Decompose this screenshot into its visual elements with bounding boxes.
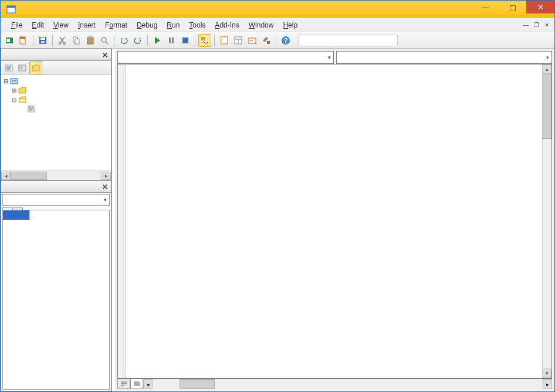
properties-panel-close-button[interactable]: ✕ bbox=[100, 182, 110, 192]
tree-folder-outlook-objects[interactable]: ⊞ bbox=[2, 86, 110, 95]
tab-categorized[interactable] bbox=[12, 207, 23, 210]
project-panel-header[interactable]: ✕ bbox=[1, 49, 111, 61]
svg-rect-14 bbox=[87, 38, 93, 44]
copy-button[interactable] bbox=[70, 34, 83, 47]
save-button[interactable] bbox=[36, 34, 49, 47]
module-icon bbox=[27, 105, 35, 113]
paste-button[interactable] bbox=[84, 34, 97, 47]
folder-icon bbox=[18, 86, 26, 94]
property-name-label bbox=[3, 210, 30, 220]
svg-rect-4 bbox=[6, 39, 10, 42]
mdi-close-button[interactable]: ✕ bbox=[542, 20, 552, 29]
reset-button[interactable] bbox=[179, 34, 192, 47]
menu-help[interactable]: Help bbox=[278, 20, 302, 30]
menu-edit[interactable]: Edit bbox=[27, 20, 49, 30]
tree-project-root[interactable]: ⊟ bbox=[2, 76, 110, 86]
hscroll-thumb[interactable] bbox=[180, 379, 215, 389]
tree-folder-modules[interactable]: ⊟ bbox=[2, 95, 110, 104]
properties-window-button[interactable] bbox=[232, 34, 245, 47]
break-button[interactable] bbox=[165, 34, 178, 47]
run-button[interactable] bbox=[151, 34, 164, 47]
scroll-thumb[interactable] bbox=[11, 172, 47, 180]
view-outlook-button[interactable] bbox=[3, 34, 16, 47]
dropdown-icon: ▾ bbox=[104, 197, 107, 203]
menu-window[interactable]: Window bbox=[244, 20, 279, 30]
svg-line-17 bbox=[106, 42, 108, 44]
svg-rect-19 bbox=[172, 38, 174, 43]
full-module-view-button[interactable] bbox=[130, 379, 143, 389]
menu-insert[interactable]: Insert bbox=[73, 20, 100, 30]
menu-format[interactable]: Format bbox=[100, 20, 132, 30]
menu-file[interactable]: File bbox=[6, 20, 27, 30]
scroll-right-button[interactable]: ▸ bbox=[101, 172, 111, 180]
app-icon bbox=[6, 5, 16, 14]
maximize-button[interactable]: ▢ bbox=[499, 1, 526, 13]
project-tree[interactable]: ⊟ ⊞ ⊟ bbox=[1, 75, 111, 171]
object-combo[interactable]: ▾ bbox=[117, 51, 334, 64]
scroll-up-button[interactable]: ▴ bbox=[543, 64, 551, 74]
procedure-combo[interactable]: ▾ bbox=[336, 51, 553, 64]
svg-rect-18 bbox=[169, 38, 171, 43]
view-object-button[interactable] bbox=[16, 62, 29, 74]
code-vscroll[interactable]: ▴ ▾ bbox=[542, 64, 551, 378]
project-icon bbox=[10, 77, 18, 85]
svg-point-42 bbox=[15, 80, 16, 81]
svg-rect-8 bbox=[40, 38, 45, 40]
svg-point-40 bbox=[12, 80, 13, 81]
svg-point-41 bbox=[13, 80, 15, 81]
property-row-name[interactable] bbox=[3, 210, 109, 220]
undo-button[interactable] bbox=[117, 34, 130, 47]
svg-rect-6 bbox=[20, 37, 25, 39]
minimize-button[interactable]: — bbox=[472, 1, 499, 13]
mdi-minimize-button[interactable]: — bbox=[520, 20, 531, 29]
toggle-folders-button[interactable] bbox=[29, 62, 42, 74]
svg-point-28 bbox=[250, 40, 251, 41]
properties-panel-header[interactable]: ✕ bbox=[1, 181, 111, 193]
properties-grid[interactable] bbox=[2, 210, 110, 390]
menu-addins[interactable]: Add-Ins bbox=[210, 20, 243, 30]
menubar: File Edit View Insert Format Debug Run T… bbox=[1, 18, 554, 32]
menu-view[interactable]: View bbox=[49, 20, 73, 30]
help-button[interactable]: ? bbox=[279, 34, 292, 47]
mdi-restore-button[interactable]: ❐ bbox=[531, 20, 542, 29]
menu-tools[interactable]: Tools bbox=[184, 20, 210, 30]
project-explorer-button[interactable] bbox=[218, 34, 231, 47]
property-name-value[interactable] bbox=[30, 210, 109, 220]
scroll-down-button[interactable]: ▾ bbox=[543, 369, 551, 378]
project-tree-hscroll[interactable]: ◂ ▸ bbox=[1, 171, 111, 180]
menu-run[interactable]: Run bbox=[162, 20, 184, 30]
svg-rect-1 bbox=[7, 6, 15, 8]
redo-button[interactable] bbox=[131, 34, 144, 47]
design-mode-button[interactable] bbox=[198, 34, 211, 47]
chevron-down-icon: ▾ bbox=[546, 54, 549, 60]
procedure-view-button[interactable] bbox=[117, 379, 130, 389]
svg-rect-23 bbox=[221, 37, 223, 44]
view-code-button[interactable] bbox=[2, 62, 15, 74]
tree-module1[interactable] bbox=[2, 104, 110, 114]
svg-rect-9 bbox=[41, 41, 45, 43]
titlebar[interactable]: — ▢ ✕ bbox=[1, 1, 554, 18]
cut-button[interactable] bbox=[56, 34, 69, 47]
hscroll-left-button[interactable]: ◂ bbox=[143, 379, 153, 389]
code-hscroll[interactable] bbox=[153, 379, 543, 389]
properties-object-selector[interactable]: ▾ bbox=[2, 194, 110, 206]
svg-rect-30 bbox=[267, 41, 270, 44]
menu-debug[interactable]: Debug bbox=[132, 20, 162, 30]
tab-alphabetic[interactable] bbox=[2, 207, 13, 210]
svg-text:?: ? bbox=[284, 37, 288, 44]
close-button[interactable]: ✕ bbox=[526, 1, 554, 13]
project-panel-close-button[interactable]: ✕ bbox=[100, 50, 110, 60]
vscroll-thumb[interactable] bbox=[543, 74, 551, 139]
insert-module-button[interactable] bbox=[17, 34, 30, 47]
svg-rect-15 bbox=[89, 36, 92, 38]
hscroll-right-button[interactable]: ▸ bbox=[543, 379, 552, 389]
svg-point-16 bbox=[101, 38, 106, 42]
code-editor[interactable] bbox=[126, 64, 542, 378]
find-button[interactable] bbox=[98, 34, 111, 47]
svg-rect-20 bbox=[182, 38, 188, 43]
object-browser-button[interactable] bbox=[246, 34, 259, 47]
svg-rect-13 bbox=[75, 39, 79, 44]
toolbox-button[interactable] bbox=[260, 34, 273, 47]
svg-rect-38 bbox=[20, 67, 22, 69]
scroll-left-button[interactable]: ◂ bbox=[1, 172, 11, 180]
